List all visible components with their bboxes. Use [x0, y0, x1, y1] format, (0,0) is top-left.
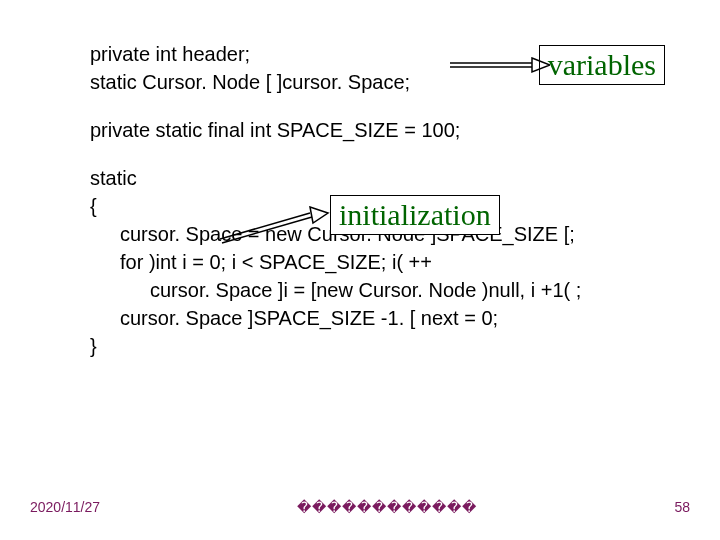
svg-line-4 — [222, 217, 312, 243]
code-line: cursor. Space ]i = [new Cursor. Node )nu… — [90, 276, 630, 304]
code-line: static — [90, 164, 630, 192]
code-line: cursor. Space ]SPACE_SIZE -1. [ next = 0… — [90, 304, 630, 332]
initialization-label: initialization — [330, 195, 500, 235]
code-line: private static final int SPACE_SIZE = 10… — [90, 116, 630, 144]
arrow-icon — [450, 55, 550, 75]
svg-marker-2 — [532, 58, 550, 72]
footer-center: ������������ — [100, 499, 674, 515]
svg-marker-5 — [310, 207, 328, 223]
variables-label: variables — [539, 45, 665, 85]
svg-line-3 — [220, 213, 310, 239]
code-line: } — [90, 332, 630, 360]
code-line: for )int i = 0; i < SPACE_SIZE; i( ++ — [90, 248, 630, 276]
footer-page: 58 — [674, 499, 690, 515]
footer-date: 2020/11/27 — [30, 499, 100, 515]
arrow-icon — [220, 205, 330, 245]
footer: 2020/11/27 ������������ 58 — [0, 499, 720, 515]
